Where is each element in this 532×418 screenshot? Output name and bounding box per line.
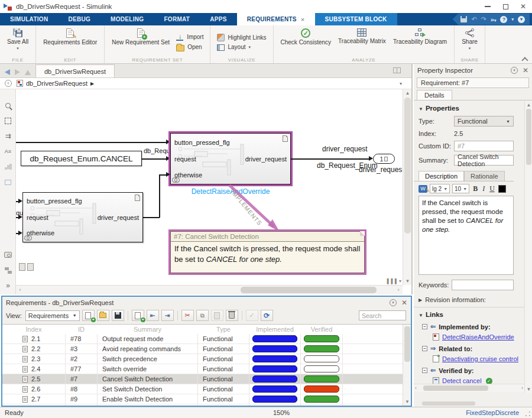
promote-requirement-button[interactable]: ⇤: [147, 310, 159, 321]
search-input[interactable]: [359, 310, 406, 320]
share-button[interactable]: Share ▾: [459, 28, 480, 51]
document-tab[interactable]: db_DriverSwRequest: [35, 64, 115, 77]
collapse-icon[interactable]: −: [422, 346, 427, 351]
tab-rationale[interactable]: Rationale: [464, 171, 504, 181]
scroll-thumb[interactable]: [423, 385, 488, 391]
highlight-links-button[interactable]: Highlight Links: [215, 34, 268, 41]
layout-button[interactable]: Layout ▾: [215, 44, 268, 51]
description-editor[interactable]: If the Cancel switch is pressed, the req…: [419, 196, 514, 275]
breadcrumb-dropdown-icon[interactable]: ▾: [400, 81, 402, 86]
import-button[interactable]: ↓ Import: [174, 33, 205, 41]
tab-simulation[interactable]: SIMULATION: [0, 13, 58, 25]
word-import-icon[interactable]: W: [419, 185, 427, 193]
subsystem-block-lower[interactable]: button_pressed_flg request otherwise dri…: [22, 192, 143, 242]
scroll-down-icon[interactable]: ▼: [403, 277, 412, 285]
scroll-right-icon[interactable]: ›: [394, 286, 403, 295]
signal-routing-icon[interactable]: ⇉: [0, 128, 16, 144]
canvas-horizontal-scrollbar[interactable]: ‹ ›: [16, 285, 403, 294]
close-tab-icon[interactable]: ×: [301, 16, 305, 23]
type-select[interactable]: Functional▼: [454, 116, 514, 127]
table-row[interactable]: 2.1 #78 Output request mode Functional: [2, 334, 411, 344]
splitter-icon[interactable]: ▐▐▐ ▾: [385, 278, 402, 284]
expand-palette-icon[interactable]: »: [0, 278, 16, 293]
keywords-field[interactable]: [452, 280, 514, 290]
constant-block[interactable]: db_Request_Enum.CANCEL: [21, 151, 142, 166]
model-canvas[interactable]: db_Request_Enum.CANCEL db_Request_Enum b…: [16, 89, 404, 285]
table-row[interactable]: 2.6 #8 Set Switch Detection Functional: [2, 384, 411, 394]
related-to-group[interactable]: − ⇒ Related to:: [414, 342, 524, 354]
copy-button[interactable]: ⧉: [196, 310, 209, 321]
bold-button[interactable]: B: [472, 184, 479, 193]
wire[interactable]: [16, 142, 166, 143]
scroll-right-icon[interactable]: ›: [521, 385, 523, 391]
inspector-scrollbar[interactable]: ▲ ▼: [524, 101, 532, 393]
paste-button[interactable]: [211, 310, 223, 321]
help-dropdown-icon[interactable]: ▾: [511, 17, 514, 22]
wire[interactable]: [143, 217, 160, 218]
breadcrumb-caret-icon[interactable]: ▶: [90, 81, 94, 86]
open-requirement-set-button[interactable]: [97, 310, 109, 321]
verified-by-group[interactable]: − ⇐ Verified by:: [414, 364, 524, 375]
table-scrollbar[interactable]: ▼: [403, 325, 411, 406]
implemented-by-group[interactable]: − ⇐ Implemented by:: [414, 320, 524, 332]
tab-modeling[interactable]: MODELING: [100, 13, 154, 25]
font-color-swatch[interactable]: [498, 185, 506, 193]
search-docs-icon[interactable]: ▾: [518, 16, 525, 23]
related-to-link[interactable]: Deactivating cruise control: [442, 355, 518, 362]
traceability-diagram-button[interactable]: Traceability Diagram: [391, 28, 449, 46]
tab-debug[interactable]: DEBUG: [58, 13, 100, 25]
outport-block[interactable]: 1: [373, 154, 395, 164]
scroll-thumb[interactable]: [241, 287, 377, 293]
scroll-left-icon[interactable]: ‹: [16, 286, 24, 295]
canvas-vertical-scrollbar[interactable]: ▲ ▼: [403, 89, 411, 285]
resize-grip[interactable]: [525, 411, 531, 417]
help-icon[interactable]: ?: [500, 16, 507, 23]
wire[interactable]: [142, 158, 166, 160]
check-consistency-button[interactable]: ✓ Check Consistency: [278, 28, 334, 47]
subsystem-block-detectraiseandoverride[interactable]: button_pressed_flg request otherwise dri…: [170, 133, 291, 184]
refresh-button[interactable]: ⟳: [261, 310, 273, 321]
summary-field[interactable]: Cancel Switch Detection: [454, 155, 514, 166]
custom-id-field[interactable]: #7: [454, 141, 514, 151]
close-button[interactable]: ✕: [514, 0, 532, 13]
tab-subsystem-block[interactable]: SUBSYSTEM BLOCK: [315, 13, 397, 25]
annotation-tool-icon[interactable]: A≡: [0, 144, 16, 159]
open-button[interactable]: Open: [174, 43, 205, 51]
screenshot-icon[interactable]: [0, 247, 16, 263]
implemented-by-link[interactable]: DetectRaiseAndOverride: [442, 333, 514, 341]
collapse-icon[interactable]: −: [422, 368, 427, 373]
tab-format[interactable]: FORMAT: [154, 13, 200, 25]
back-icon[interactable]: [5, 69, 10, 75]
underline-button[interactable]: U: [488, 184, 496, 193]
properties-section-header[interactable]: ▼Properties: [414, 101, 524, 114]
scroll-up-icon[interactable]: ▲: [403, 89, 412, 97]
breadcrumb-model[interactable]: db_DriverSwRequest: [26, 80, 87, 87]
tab-description[interactable]: Description: [419, 171, 464, 181]
panes-icon[interactable]: [393, 67, 401, 73]
scroll-up-icon[interactable]: ▲: [525, 101, 532, 109]
new-requirement-set-button[interactable]: +: [82, 310, 95, 321]
solver-name[interactable]: FixedStepDiscrete: [466, 409, 519, 416]
table-row-selected[interactable]: 2.5 #7 Cancel Switch Detection Functiona…: [2, 374, 411, 384]
link-badge-icon[interactable]: [172, 177, 179, 183]
zoom-tool-icon[interactable]: [0, 98, 16, 113]
font-size-select[interactable]: 10▼: [452, 184, 469, 193]
library-blocks-icon[interactable]: [0, 263, 16, 278]
scroll-thumb[interactable]: [404, 326, 410, 362]
scroll-down-icon[interactable]: ▼: [525, 385, 532, 393]
wire[interactable]: [291, 158, 369, 160]
inspector-horizontal-scrollbar[interactable]: ‹ ›: [414, 384, 524, 392]
link-badge-icon[interactable]: [24, 235, 31, 241]
undo-icon[interactable]: ↶: [471, 15, 476, 23]
tab-requirements[interactable]: REQUIREMENTS×: [237, 13, 315, 25]
italic-button[interactable]: I: [481, 184, 486, 193]
requirement-annotation[interactable]: #7: Cancel Switch Detection If the Cance…: [168, 229, 366, 275]
scroll-thumb[interactable]: [526, 109, 531, 165]
minimize-button[interactable]: [479, 0, 497, 13]
view-select[interactable]: Requirements▼: [25, 310, 80, 321]
links-section-header[interactable]: ▼Links: [414, 307, 524, 320]
maximize-button[interactable]: [497, 0, 514, 13]
verify-button[interactable]: ✓: [246, 310, 258, 321]
table-row[interactable]: 2.4 #77 Switch override Functional: [2, 364, 411, 374]
save-requirement-set-button[interactable]: [112, 310, 124, 321]
